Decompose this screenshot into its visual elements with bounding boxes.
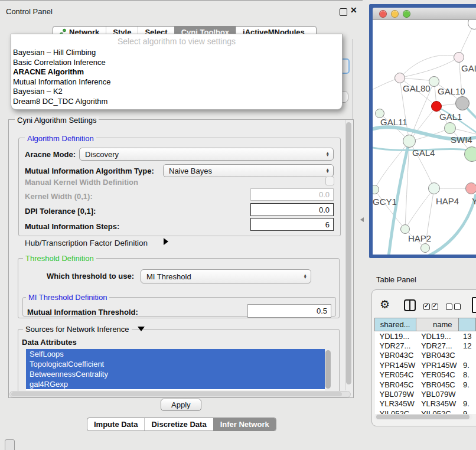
table-cell[interactable]: 8. xyxy=(458,370,475,380)
attribute-list-scrollbar[interactable] xyxy=(325,350,331,389)
node-label-hap4: HAP4 xyxy=(436,196,459,206)
table-row[interactable]: YLR345WYLR345W9. xyxy=(375,399,476,409)
table-cell[interactable]: YBL079W xyxy=(416,389,458,399)
algorithm-option-aracne-algorithm[interactable]: ARACNE Algorithm xyxy=(11,67,342,77)
float-panel-icon[interactable] xyxy=(340,8,347,16)
network-node[interactable] xyxy=(403,135,416,148)
table-cell[interactable]: YER054C xyxy=(416,370,458,380)
settings-hscroll-thumb[interactable] xyxy=(11,392,342,396)
settings-group-title: Cyni Algorithm Settings xyxy=(15,116,99,125)
table-row[interactable]: YBR043CYBR043C xyxy=(375,351,476,360)
table-cell[interactable]: YDL19... xyxy=(375,331,416,341)
which-threshold-select[interactable]: MI Threshold ▲▼ xyxy=(141,269,311,283)
mi-threshold-field[interactable]: 0.5 xyxy=(247,304,331,318)
table-cell[interactable]: 9 xyxy=(458,409,475,414)
table-row[interactable]: YPR145WYPR145W9. xyxy=(375,360,476,370)
table-cell[interactable]: YPR145W xyxy=(416,360,458,370)
docked-panel-icon[interactable] xyxy=(5,439,15,450)
table-row[interactable]: YER054CYER054C8. xyxy=(375,370,476,380)
table-cell[interactable] xyxy=(458,351,475,360)
network-window-titlebar[interactable] xyxy=(373,8,476,20)
network-node[interactable] xyxy=(465,182,476,194)
algorithm-option-dream8-dc-tdc-algorithm[interactable]: Dream8 DC_TDC Algorithm xyxy=(11,97,342,107)
splitter-collapse-icon[interactable] xyxy=(360,217,364,222)
zoom-traffic-icon[interactable] xyxy=(403,10,410,18)
table-cell[interactable]: YER054C xyxy=(375,370,416,380)
minimize-traffic-icon[interactable] xyxy=(391,10,399,18)
node-table[interactable]: shared...nameYDL19...YDL19...13YDR27...Y… xyxy=(374,318,476,414)
select-all-columns-icon[interactable] xyxy=(423,302,440,312)
table-cell[interactable]: YIL052C xyxy=(416,409,458,414)
node-label-y: Y xyxy=(472,196,476,206)
new-table-icon[interactable] xyxy=(472,297,476,313)
manual-kernel-checkbox[interactable] xyxy=(325,177,334,185)
table-cell[interactable]: YLR345W xyxy=(375,399,416,409)
mi-steps-label: Mutual Information Steps: xyxy=(25,222,119,231)
table-cell[interactable]: YBR045C xyxy=(375,380,416,389)
table-row[interactable]: YIL052CYIL052C9 xyxy=(375,409,476,414)
table-cell[interactable]: YDR27... xyxy=(375,341,416,350)
kernel-width-field[interactable]: 0.0 xyxy=(250,188,334,201)
settings-vscroll-thumb[interactable] xyxy=(346,122,351,384)
table-cell[interactable]: 9. xyxy=(458,360,475,370)
column-header-partial[interactable] xyxy=(458,318,475,331)
algorithm-option-basic-correlation-inference[interactable]: Basic Correlation Inference xyxy=(11,58,342,68)
tab-label: Impute Data xyxy=(94,420,138,429)
network-canvas[interactable]: GALGAL80GAL10GAL1GAL11SWI4GAL4GCY1HAP4YH… xyxy=(373,20,476,255)
algorithm-option-bayesian-k2[interactable]: Bayesian – K2 xyxy=(11,87,342,97)
column-header-shared-[interactable]: shared... xyxy=(375,318,416,331)
table-row[interactable]: YBR045CYBR045C9. xyxy=(375,380,476,389)
table-cell[interactable]: YDR27... xyxy=(416,341,458,350)
table-cell[interactable]: YIL052C xyxy=(375,409,416,414)
table-row[interactable]: YBL079WYBL079W xyxy=(375,389,476,399)
table-cell[interactable]: YLR345W xyxy=(416,399,458,409)
table-cell[interactable]: YBR043C xyxy=(416,351,458,360)
tab-infer-network[interactable]: Infer Network xyxy=(213,418,276,431)
network-node[interactable] xyxy=(400,224,410,234)
node-label-gal10: GAL10 xyxy=(438,86,465,96)
table-row[interactable]: YDR27...YDR27...12 xyxy=(375,341,476,350)
close-icon[interactable]: ✕ xyxy=(350,5,357,15)
dpi-tolerance-field[interactable]: 0.0 xyxy=(250,203,334,216)
network-node[interactable] xyxy=(455,96,470,110)
apply-button[interactable]: Apply xyxy=(161,399,201,411)
column-header-name[interactable]: name xyxy=(416,318,458,331)
network-node[interactable] xyxy=(454,52,464,63)
network-node[interactable] xyxy=(431,101,442,112)
tab-impute-data[interactable]: Impute Data xyxy=(87,418,144,431)
aracne-mode-select[interactable]: Discovery ▲▼ xyxy=(79,148,334,161)
mi-steps-field[interactable]: 6 xyxy=(250,218,334,231)
table-cell[interactable]: 9. xyxy=(458,380,475,389)
attribute-item-gal4rgexp[interactable]: gal4RGexp xyxy=(26,379,325,389)
table-cell[interactable]: 12 xyxy=(458,341,475,350)
attribute-item-betweennesscentrality[interactable]: BetweennessCentrality xyxy=(26,369,325,379)
attribute-item-selfloops[interactable]: SelfLoops xyxy=(26,349,325,359)
algorithm-option-bayesian-hill-climbing[interactable]: Bayesian – Hill Climbing xyxy=(11,48,342,58)
network-node[interactable] xyxy=(464,146,476,162)
table-row[interactable]: YDL19...YDL19...13 xyxy=(375,331,476,341)
expand-right-icon[interactable] xyxy=(164,238,168,245)
table-hscroll-thumb[interactable] xyxy=(376,415,470,419)
data-attributes-list[interactable]: SelfLoopsTopologicalCoefficientBetweenne… xyxy=(26,349,325,390)
attribute-item-topologicalcoefficient[interactable]: TopologicalCoefficient xyxy=(26,359,325,369)
algorithm-option-mutual-information-inference[interactable]: Mutual Information Inference xyxy=(11,77,342,87)
table-cell[interactable]: 9. xyxy=(458,399,475,409)
table-cell[interactable]: YBR043C xyxy=(375,351,416,360)
network-node[interactable] xyxy=(395,73,405,83)
close-traffic-icon[interactable] xyxy=(379,10,387,18)
network-node[interactable] xyxy=(420,243,430,253)
table-cell[interactable]: YBL079W xyxy=(375,389,416,399)
tab-discretize-data[interactable]: Discretize Data xyxy=(144,418,213,431)
network-node[interactable] xyxy=(428,182,440,194)
mi-type-select[interactable]: Naive Bayes ▲▼ xyxy=(163,164,334,177)
table-cell[interactable]: YBR045C xyxy=(416,380,458,389)
table-cell[interactable]: YPR145W xyxy=(375,360,416,370)
collapse-down-icon[interactable] xyxy=(138,327,145,331)
table-cell[interactable] xyxy=(458,389,475,399)
gear-icon[interactable]: ⚙ xyxy=(380,298,390,311)
deselect-all-columns-icon[interactable] xyxy=(446,302,462,312)
table-cell[interactable]: YDL19... xyxy=(416,331,458,341)
columns-icon[interactable] xyxy=(404,299,416,311)
network-node[interactable] xyxy=(444,122,456,134)
table-cell[interactable]: 13 xyxy=(458,331,475,341)
